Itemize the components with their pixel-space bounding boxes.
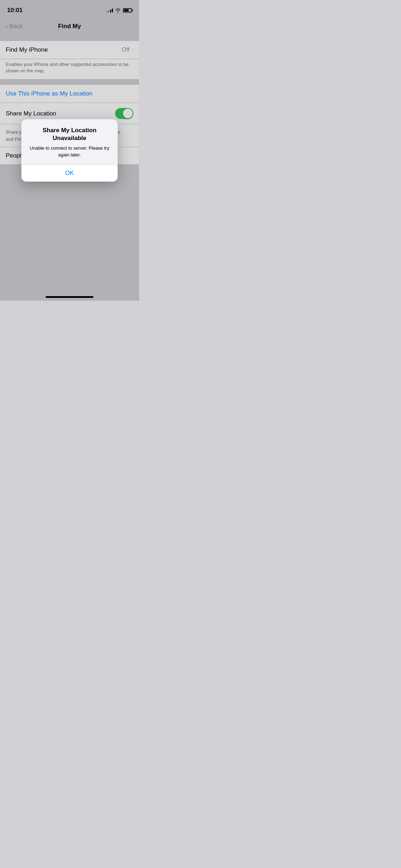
alert-content: Share My Location Unavailable Unable to … bbox=[21, 119, 118, 164]
alert-message: Unable to connect to server. Please try … bbox=[27, 145, 112, 159]
alert-ok-button[interactable]: OK bbox=[21, 164, 118, 181]
alert-dialog: Share My Location Unavailable Unable to … bbox=[21, 119, 118, 182]
alert-button-row: OK bbox=[21, 164, 118, 181]
alert-title: Share My Location Unavailable bbox=[27, 126, 112, 142]
